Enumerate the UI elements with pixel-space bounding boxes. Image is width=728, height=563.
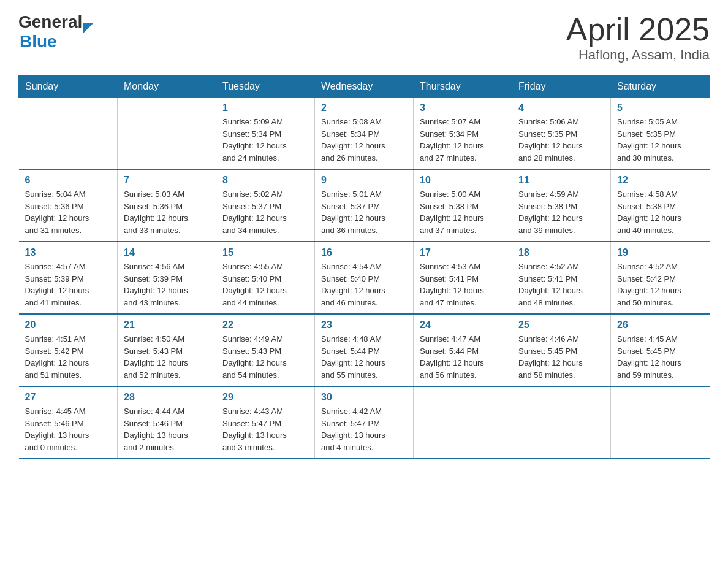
header-monday: Monday [118, 76, 216, 98]
day-info: Sunrise: 5:05 AM Sunset: 5:35 PM Dayligh… [617, 116, 703, 164]
day-info: Sunrise: 4:47 AM Sunset: 5:44 PM Dayligh… [420, 333, 506, 381]
day-number: 29 [222, 392, 308, 403]
day-info: Sunrise: 4:54 AM Sunset: 5:40 PM Dayligh… [321, 261, 407, 308]
header: General Blue April 2025 Haflong, Assam, … [18, 12, 710, 63]
day-number: 5 [617, 102, 703, 113]
calendar-cell: 26Sunrise: 4:45 AM Sunset: 5:45 PM Dayli… [611, 314, 710, 386]
calendar-cell: 10Sunrise: 5:00 AM Sunset: 5:38 PM Dayli… [414, 169, 512, 242]
day-info: Sunrise: 4:50 AM Sunset: 5:43 PM Dayligh… [124, 333, 210, 381]
calendar-cell: 21Sunrise: 4:50 AM Sunset: 5:43 PM Dayli… [118, 314, 216, 386]
header-saturday: Saturday [611, 76, 710, 98]
day-number: 14 [124, 247, 210, 258]
title-area: April 2025 Haflong, Assam, India [566, 12, 710, 63]
day-number: 9 [321, 175, 407, 186]
day-info: Sunrise: 4:58 AM Sunset: 5:38 PM Dayligh… [617, 188, 703, 236]
day-info: Sunrise: 4:44 AM Sunset: 5:46 PM Dayligh… [124, 405, 210, 453]
day-info: Sunrise: 4:49 AM Sunset: 5:43 PM Dayligh… [222, 333, 308, 381]
calendar-cell: 27Sunrise: 4:45 AM Sunset: 5:46 PM Dayli… [19, 386, 118, 459]
day-number: 11 [518, 175, 604, 186]
day-info: Sunrise: 4:56 AM Sunset: 5:39 PM Dayligh… [124, 261, 210, 308]
header-thursday: Thursday [414, 76, 512, 98]
day-number: 25 [518, 320, 604, 331]
calendar-cell: 9Sunrise: 5:01 AM Sunset: 5:37 PM Daylig… [315, 169, 414, 242]
calendar-cell: 24Sunrise: 4:47 AM Sunset: 5:44 PM Dayli… [414, 314, 512, 386]
day-number: 18 [518, 247, 604, 258]
logo: General Blue [18, 12, 93, 52]
day-number: 8 [222, 175, 308, 186]
day-number: 12 [617, 175, 703, 186]
calendar-week-5: 27Sunrise: 4:45 AM Sunset: 5:46 PM Dayli… [19, 386, 710, 459]
day-number: 23 [321, 320, 407, 331]
header-wednesday: Wednesday [315, 76, 414, 98]
day-number: 15 [222, 247, 308, 258]
day-info: Sunrise: 4:46 AM Sunset: 5:45 PM Dayligh… [518, 333, 604, 381]
calendar-cell: 22Sunrise: 4:49 AM Sunset: 5:43 PM Dayli… [216, 314, 315, 386]
day-number: 6 [25, 175, 112, 186]
logo-general-text: General [18, 12, 82, 32]
day-info: Sunrise: 4:51 AM Sunset: 5:42 PM Dayligh… [25, 333, 112, 381]
day-number: 20 [25, 320, 112, 331]
day-number: 3 [420, 102, 506, 113]
header-sunday: Sunday [19, 76, 118, 98]
day-info: Sunrise: 5:02 AM Sunset: 5:37 PM Dayligh… [222, 188, 308, 236]
calendar-week-1: 1Sunrise: 5:09 AM Sunset: 5:34 PM Daylig… [19, 98, 710, 170]
calendar-cell [512, 386, 611, 459]
calendar-cell: 4Sunrise: 5:06 AM Sunset: 5:35 PM Daylig… [512, 98, 611, 170]
calendar-cell: 11Sunrise: 4:59 AM Sunset: 5:38 PM Dayli… [512, 169, 611, 242]
calendar-cell [19, 98, 118, 170]
calendar-cell: 7Sunrise: 5:03 AM Sunset: 5:36 PM Daylig… [118, 169, 216, 242]
day-number: 22 [222, 320, 308, 331]
day-info: Sunrise: 5:07 AM Sunset: 5:34 PM Dayligh… [420, 116, 506, 164]
calendar-cell: 28Sunrise: 4:44 AM Sunset: 5:46 PM Dayli… [118, 386, 216, 459]
calendar-cell: 20Sunrise: 4:51 AM Sunset: 5:42 PM Dayli… [19, 314, 118, 386]
day-info: Sunrise: 4:52 AM Sunset: 5:42 PM Dayligh… [617, 261, 703, 308]
calendar-cell [118, 98, 216, 170]
calendar-cell: 23Sunrise: 4:48 AM Sunset: 5:44 PM Dayli… [315, 314, 414, 386]
calendar-week-4: 20Sunrise: 4:51 AM Sunset: 5:42 PM Dayli… [19, 314, 710, 386]
logo-blue-text: Blue [20, 32, 57, 52]
calendar-week-3: 13Sunrise: 4:57 AM Sunset: 5:39 PM Dayli… [19, 242, 710, 314]
day-info: Sunrise: 5:01 AM Sunset: 5:37 PM Dayligh… [321, 188, 407, 236]
day-info: Sunrise: 4:59 AM Sunset: 5:38 PM Dayligh… [518, 188, 604, 236]
calendar-cell: 19Sunrise: 4:52 AM Sunset: 5:42 PM Dayli… [611, 242, 710, 314]
day-info: Sunrise: 5:03 AM Sunset: 5:36 PM Dayligh… [124, 188, 210, 236]
calendar-table: Sunday Monday Tuesday Wednesday Thursday… [18, 75, 710, 459]
calendar-cell: 16Sunrise: 4:54 AM Sunset: 5:40 PM Dayli… [315, 242, 414, 314]
calendar-cell: 14Sunrise: 4:56 AM Sunset: 5:39 PM Dayli… [118, 242, 216, 314]
day-number: 7 [124, 175, 210, 186]
day-number: 26 [617, 320, 703, 331]
day-info: Sunrise: 5:09 AM Sunset: 5:34 PM Dayligh… [222, 116, 308, 164]
day-info: Sunrise: 5:00 AM Sunset: 5:38 PM Dayligh… [420, 188, 506, 236]
calendar-cell: 15Sunrise: 4:55 AM Sunset: 5:40 PM Dayli… [216, 242, 315, 314]
day-number: 16 [321, 247, 407, 258]
day-number: 13 [25, 247, 112, 258]
day-info: Sunrise: 4:53 AM Sunset: 5:41 PM Dayligh… [420, 261, 506, 308]
calendar-cell: 12Sunrise: 4:58 AM Sunset: 5:38 PM Dayli… [611, 169, 710, 242]
day-number: 2 [321, 102, 407, 113]
calendar-cell: 3Sunrise: 5:07 AM Sunset: 5:34 PM Daylig… [414, 98, 512, 170]
calendar-cell: 6Sunrise: 5:04 AM Sunset: 5:36 PM Daylig… [19, 169, 118, 242]
day-number: 30 [321, 392, 407, 403]
day-info: Sunrise: 4:42 AM Sunset: 5:47 PM Dayligh… [321, 405, 407, 453]
day-info: Sunrise: 4:57 AM Sunset: 5:39 PM Dayligh… [25, 261, 112, 308]
day-info: Sunrise: 4:45 AM Sunset: 5:45 PM Dayligh… [617, 333, 703, 381]
day-info: Sunrise: 4:48 AM Sunset: 5:44 PM Dayligh… [321, 333, 407, 381]
header-friday: Friday [512, 76, 611, 98]
header-tuesday: Tuesday [216, 76, 315, 98]
calendar-cell: 17Sunrise: 4:53 AM Sunset: 5:41 PM Dayli… [414, 242, 512, 314]
day-number: 28 [124, 392, 210, 403]
day-number: 1 [222, 102, 308, 113]
day-info: Sunrise: 5:08 AM Sunset: 5:34 PM Dayligh… [321, 116, 407, 164]
day-info: Sunrise: 5:06 AM Sunset: 5:35 PM Dayligh… [518, 116, 604, 164]
calendar-cell: 25Sunrise: 4:46 AM Sunset: 5:45 PM Dayli… [512, 314, 611, 386]
calendar-cell: 2Sunrise: 5:08 AM Sunset: 5:34 PM Daylig… [315, 98, 414, 170]
page-title: April 2025 [566, 12, 710, 47]
calendar-cell: 8Sunrise: 5:02 AM Sunset: 5:37 PM Daylig… [216, 169, 315, 242]
calendar-cell [611, 386, 710, 459]
calendar-cell: 1Sunrise: 5:09 AM Sunset: 5:34 PM Daylig… [216, 98, 315, 170]
day-info: Sunrise: 4:43 AM Sunset: 5:47 PM Dayligh… [222, 405, 308, 453]
calendar-cell: 13Sunrise: 4:57 AM Sunset: 5:39 PM Dayli… [19, 242, 118, 314]
day-number: 19 [617, 247, 703, 258]
day-number: 24 [420, 320, 506, 331]
day-info: Sunrise: 4:55 AM Sunset: 5:40 PM Dayligh… [222, 261, 308, 308]
